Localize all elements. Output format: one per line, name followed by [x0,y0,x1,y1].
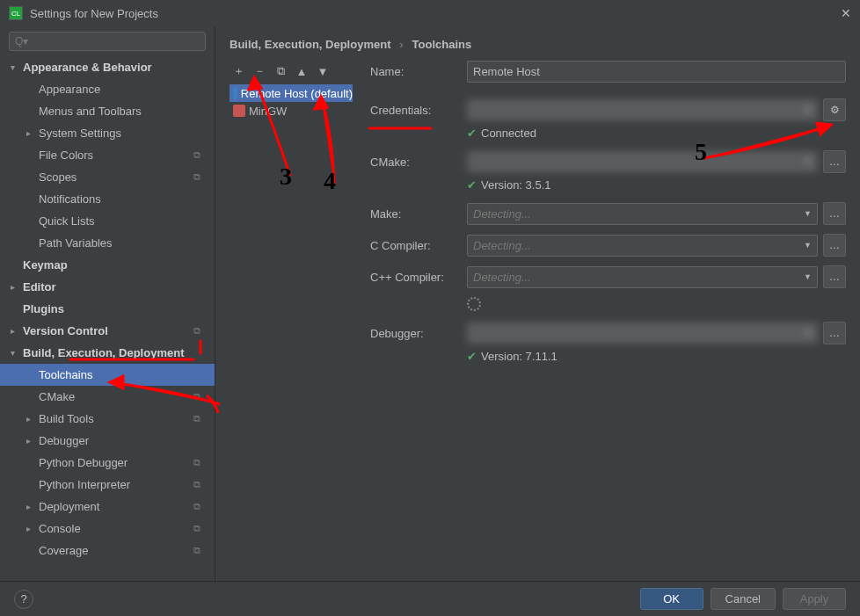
search-input[interactable] [9,32,206,51]
add-icon[interactable]: ＋ [231,63,245,79]
cc-combo[interactable]: Detecting...▼ [467,235,818,257]
sidebar-item-python-debugger[interactable]: Python Debugger⧉ [0,452,215,474]
sidebar-item-label: Keymap [23,258,215,272]
copy-profile-icon: ⧉ [193,391,208,402]
sidebar-item-python-interpreter[interactable]: Python Interpreter⧉ [0,474,215,496]
connected-status: Connected [481,127,536,140]
sidebar-item-notifications[interactable]: Notifications [0,188,215,210]
chevron-down-icon: ▾ [11,348,23,358]
sidebar-item-label: Coverage [39,544,193,557]
close-icon[interactable]: ✕ [841,6,851,20]
sidebar-item-debugger[interactable]: ▸Debugger [0,430,215,452]
ok-button[interactable]: OK [640,588,703,610]
cmake-browse-button[interactable]: … [823,150,846,173]
move-down-icon[interactable]: ▼ [316,65,330,78]
toolchain-form: Name: Credentials: ▼ ⚙ ✔ Connected [353,60,846,581]
chevron-down-icon: ▾ [11,62,23,72]
sidebar-item-scopes[interactable]: Scopes⧉ [0,166,215,188]
breadcrumb-part1: Build, Execution, Deployment [230,38,390,51]
sidebar-item-label: Scopes [39,170,193,184]
sidebar-item-console[interactable]: ▸Console⧉ [0,518,215,540]
sidebar-item-label: CMake [39,390,193,403]
debugger-combo[interactable]: ▼ [467,322,818,344]
copy-icon[interactable]: ⧉ [273,64,288,78]
settings-tree[interactable]: ▾Appearance & BehaviorAppearanceMenus an… [0,56,215,581]
cxx-label: C++ Compiler: [370,271,467,284]
sidebar-item-cmake[interactable]: CMake⧉ [0,386,215,408]
sidebar-item-label: Plugins [23,302,215,315]
sidebar-item-label: Path Variables [39,236,215,250]
sidebar-item-toolchains[interactable]: Toolchains [0,364,215,386]
toolchain-icon [233,87,237,99]
sidebar-item-build-tools[interactable]: ▸Build Tools⧉ [0,408,215,430]
sidebar-item-label: Version Control [23,324,193,337]
copy-profile-icon: ⧉ [193,479,208,490]
sidebar-item-path-variables[interactable]: Path Variables [0,232,215,254]
titlebar: CL Settings for New Projects ✕ [0,0,860,26]
sidebar-item-label: Python Interpreter [39,478,193,491]
copy-profile-icon: ⧉ [193,501,208,512]
help-button[interactable]: ? [14,590,33,609]
debugger-label: Debugger: [370,327,467,340]
breadcrumb-part2: Toolchains [412,38,472,51]
chevron-right-icon: ▸ [11,326,23,336]
copy-profile-icon: ⧉ [193,413,208,424]
sidebar-item-keymap[interactable]: Keymap [0,254,215,276]
sidebar-item-system-settings[interactable]: ▸System Settings [0,122,215,144]
sidebar-item-appearance-behavior[interactable]: ▾Appearance & Behavior [0,56,215,78]
cxx-browse-button[interactable]: … [823,265,846,288]
sidebar-item-version-control[interactable]: ▸Version Control⧉ [0,320,215,342]
sidebar-item-plugins[interactable]: Plugins [0,298,215,320]
sidebar-item-label: Toolchains [39,368,215,381]
sidebar-item-editor[interactable]: ▸Editor [0,276,215,298]
copy-profile-icon: ⧉ [193,545,208,556]
breadcrumb: Build, Execution, Deployment › Toolchain… [215,26,860,60]
gear-icon[interactable]: ⚙ [823,98,846,121]
toolchain-list[interactable]: Remote Host (default)MinGW [230,84,353,581]
make-browse-button[interactable]: … [823,202,846,225]
sidebar-item-file-colors[interactable]: File Colors⧉ [0,144,215,166]
dialog-footer: ? OK Cancel Apply [0,581,860,616]
sidebar-item-deployment[interactable]: ▸Deployment⧉ [0,496,215,518]
remove-icon[interactable]: － [252,63,266,79]
toolchain-icon [233,105,245,117]
toolchain-list-column: ＋ － ⧉ ▲ ▼ Remote Host (default)MinGW [230,60,353,581]
cc-browse-button[interactable]: … [823,234,846,257]
apply-button[interactable]: Apply [783,588,846,610]
sidebar-item-label: Build, Execution, Deployment [23,346,215,359]
spinner-icon [467,297,481,311]
main-panel: Build, Execution, Deployment › Toolchain… [215,26,860,581]
debugger-browse-button[interactable]: … [823,322,846,344]
sidebar-item-menus-and-toolbars[interactable]: Menus and Toolbars [0,100,215,122]
toolchain-label: Remote Host (default) [241,87,353,100]
sidebar-item-build-execution-deployment[interactable]: ▾Build, Execution, Deployment [0,342,215,364]
sidebar-item-label: Build Tools [39,412,193,425]
toolchain-item-remote-host-default-[interactable]: Remote Host (default) [230,84,353,102]
sidebar-item-quick-lists[interactable]: Quick Lists [0,210,215,232]
copy-profile-icon: ⧉ [193,171,208,183]
sidebar-item-label: Notifications [39,192,215,206]
copy-profile-icon: ⧉ [193,325,208,337]
move-up-icon[interactable]: ▲ [295,65,309,78]
sidebar-item-label: Deployment [39,500,193,513]
chevron-right-icon: ▸ [26,524,39,533]
copy-profile-icon: ⧉ [193,523,208,534]
sidebar-item-label: Appearance & Behavior [23,61,215,74]
sidebar-item-label: Quick Lists [39,214,215,228]
chevron-right-icon: ▸ [11,282,23,292]
sidebar-item-label: Python Debugger [39,456,193,469]
sidebar-item-coverage[interactable]: Coverage⧉ [0,540,215,562]
sidebar-item-appearance[interactable]: Appearance [0,78,215,100]
cancel-button[interactable]: Cancel [711,588,776,610]
cxx-combo[interactable]: Detecting...▼ [467,266,818,288]
make-label: Make: [370,207,467,221]
make-combo[interactable]: Detecting...▼ [467,203,818,225]
chevron-right-icon: ▸ [26,128,39,138]
chevron-right-icon: ▸ [26,502,39,511]
name-input[interactable] [467,61,846,83]
sidebar: ▾Appearance & BehaviorAppearanceMenus an… [0,26,215,581]
cmake-combo[interactable]: ▼ [467,151,818,172]
toolchain-item-mingw[interactable]: MinGW [230,102,353,120]
sidebar-item-label: Menus and Toolbars [39,105,215,118]
credentials-combo[interactable]: ▼ [467,99,818,120]
